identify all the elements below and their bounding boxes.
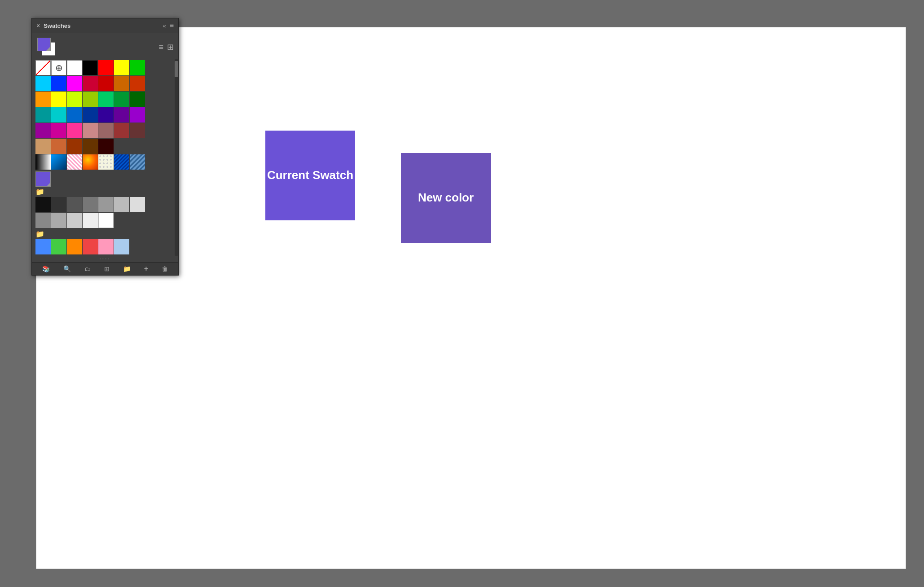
swatch-cell[interactable] (51, 139, 66, 154)
swatch-cell[interactable] (51, 197, 66, 212)
swatch-row-3 (35, 92, 175, 107)
swatch-cell[interactable] (67, 76, 82, 91)
view-toggle-buttons: ≡ ⊞ (158, 42, 174, 52)
swatch-orange-sphere[interactable] (83, 154, 98, 170)
swatch-cell[interactable] (130, 107, 145, 123)
swatch-registration[interactable]: ⊕ (51, 60, 66, 75)
swatch-cell[interactable] (98, 239, 114, 254)
swatch-cell[interactable] (51, 123, 66, 138)
color-group-folder: 📁 (35, 230, 175, 238)
swatches-panel: × Swatches « ≡ ≡ ⊞ (31, 18, 179, 276)
swatch-cell[interactable] (114, 197, 129, 212)
swatch-cell[interactable] (51, 239, 66, 254)
swap-indicator (46, 47, 50, 51)
new-color-group-button[interactable]: 🗂 (84, 265, 91, 272)
swatch-cell[interactable] (35, 123, 51, 138)
swatch-cell[interactable] (98, 76, 114, 91)
swatch-cell[interactable] (67, 239, 82, 254)
swatch-cell[interactable] (98, 123, 114, 138)
swatch-row-2 (35, 76, 175, 91)
swatch-cell[interactable] (67, 92, 82, 107)
color-indicator-row: ≡ ⊞ (32, 33, 178, 59)
registration-icon: ⊕ (55, 62, 63, 73)
swatch-cell[interactable] (51, 213, 66, 228)
list-view-button[interactable]: ≡ (158, 43, 163, 52)
swatch-cell[interactable] (130, 76, 145, 91)
swatch-floral-pattern[interactable] (114, 154, 129, 170)
swatch-libraries-button[interactable]: 📚 (42, 265, 50, 272)
swatch-cell[interactable] (67, 107, 82, 123)
swatch-cell[interactable] (130, 123, 145, 138)
swatch-cell[interactable] (35, 213, 51, 228)
swatch-cell[interactable] (35, 197, 51, 212)
swatch-cell[interactable] (51, 76, 66, 91)
swatch-cell[interactable] (83, 92, 98, 107)
swatch-cell[interactable] (114, 92, 129, 107)
new-folder-button[interactable]: 📁 (123, 265, 131, 272)
swatch-row-5 (35, 123, 175, 138)
swatch-cell[interactable] (51, 92, 66, 107)
swatch-red[interactable] (98, 60, 114, 75)
swatch-cell[interactable] (98, 139, 114, 154)
swatch-cell[interactable] (114, 239, 129, 254)
swatch-pink-pattern[interactable] (67, 154, 82, 170)
swatch-cell[interactable] (35, 76, 51, 91)
selected-swatch-row (35, 171, 175, 187)
swatch-cell[interactable] (67, 139, 82, 154)
swatch-black[interactable] (83, 60, 98, 75)
swatch-cell[interactable] (35, 239, 51, 254)
selected-swatch-preview[interactable] (35, 171, 51, 187)
swatch-gray-gradient[interactable] (35, 154, 51, 170)
panel-menu-button[interactable]: ≡ (170, 22, 174, 30)
current-swatch-label: Current Swatch (267, 168, 353, 183)
swatch-cell[interactable] (130, 92, 145, 107)
swatch-cell[interactable] (35, 107, 51, 123)
fg-bg-indicator[interactable] (36, 37, 57, 57)
scrollbar-thumb[interactable] (175, 61, 178, 77)
swatch-cell[interactable] (67, 197, 82, 212)
swatch-cell[interactable] (114, 107, 129, 123)
panel-titlebar: × Swatches « ≡ (32, 18, 178, 33)
swatch-cell[interactable] (83, 213, 98, 228)
swatch-cell[interactable] (83, 139, 98, 154)
create-swatch-button[interactable]: ⊞ (104, 265, 110, 272)
swatch-white[interactable] (67, 60, 82, 75)
scrollbar-track[interactable] (175, 59, 178, 256)
swatch-cell[interactable] (67, 213, 82, 228)
swatch-tile-pattern[interactable] (130, 154, 145, 170)
swatch-cell[interactable] (98, 92, 114, 107)
gray-swatches-row1 (35, 197, 175, 212)
swatch-cell[interactable] (67, 123, 82, 138)
swatch-cell[interactable] (83, 123, 98, 138)
swatch-cell[interactable] (83, 107, 98, 123)
swatch-cell[interactable] (98, 213, 114, 228)
delete-swatch-button[interactable]: 🗑 (162, 265, 168, 272)
swatch-cell[interactable] (130, 197, 145, 212)
swatch-yellow[interactable] (114, 60, 129, 75)
add-swatch-button[interactable]: + (144, 265, 148, 273)
swatch-cell[interactable] (98, 107, 114, 123)
swatch-none[interactable] (35, 60, 51, 75)
swatch-cell[interactable] (98, 197, 114, 212)
drag-handle: •••• (32, 256, 178, 262)
new-color-preview: New color (401, 153, 491, 243)
foreground-color-square[interactable] (37, 38, 51, 51)
swatch-cell[interactable] (83, 239, 98, 254)
swatch-cell[interactable] (51, 107, 66, 123)
swatch-blue-gradient[interactable] (51, 154, 66, 170)
swatch-cell[interactable] (35, 139, 51, 154)
close-button[interactable]: × (36, 22, 40, 29)
show-find-button[interactable]: 🔍 (63, 265, 71, 272)
swatch-grid-area: ⊕ (32, 59, 178, 256)
swatch-cell[interactable] (114, 76, 129, 91)
swatch-cell[interactable] (83, 197, 98, 212)
swatch-green[interactable] (130, 60, 145, 75)
collapse-button[interactable]: « (163, 22, 166, 29)
folder-icon-2[interactable]: 📁 (35, 230, 44, 238)
swatch-cell[interactable] (83, 76, 98, 91)
swatch-cell[interactable] (114, 123, 129, 138)
folder-icon[interactable]: 📁 (35, 188, 44, 196)
swatch-cell[interactable] (35, 92, 51, 107)
swatch-dots-pattern[interactable] (98, 154, 114, 170)
grid-view-button[interactable]: ⊞ (167, 42, 174, 52)
